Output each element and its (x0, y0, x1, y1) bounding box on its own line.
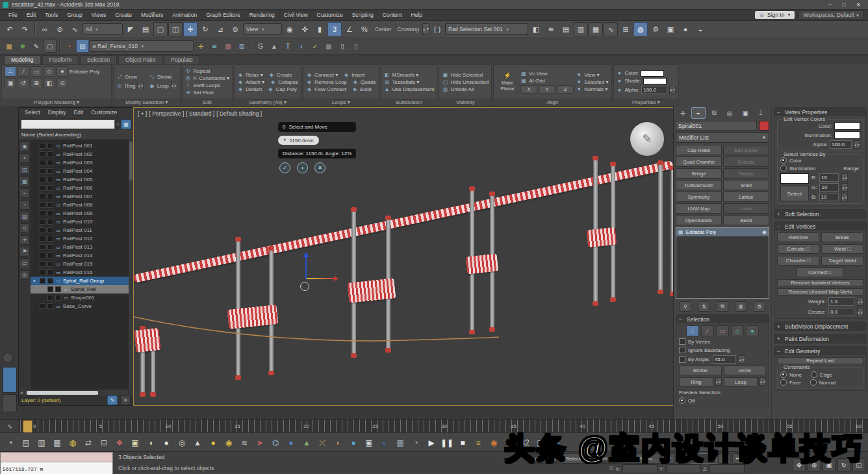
by-angle-checkbox[interactable] (679, 356, 685, 363)
constraint-normal-radio[interactable] (810, 379, 817, 386)
vertex-properties-header[interactable]: −Vertex Properties (774, 108, 866, 116)
modifier-button[interactable]: Sweep (723, 168, 769, 179)
tree-icon[interactable]: ▲ (300, 436, 313, 449)
plugin-doc-icon[interactable]: ▯ (336, 40, 349, 53)
range-color-swatch[interactable] (780, 173, 809, 184)
coil-segment[interactable] (466, 254, 499, 275)
bind-to-space-warp-icon[interactable]: ∿ (68, 22, 82, 36)
tab-modify[interactable]: ⌁ (691, 107, 706, 119)
donut-icon[interactable]: ◎ (175, 436, 188, 449)
menu-create[interactable]: Create (110, 10, 136, 19)
weld--button[interactable]: Weld □ (821, 244, 863, 254)
viewport-label-part[interactable]: [ Default Shading ] (216, 110, 262, 117)
sign-in-button[interactable]: ☺ Sign In ▼ (755, 11, 795, 19)
repeat-last-button[interactable]: Repeat Last (777, 357, 863, 364)
list-item[interactable]: ▭RailPost 014 (31, 251, 133, 260)
ribbon-item[interactable]: ◈Connect ▾ (306, 72, 338, 78)
hide-toggle[interactable] (40, 151, 45, 157)
display-filter-icon-11[interactable]: ◎ (19, 270, 30, 280)
freeze-toggle[interactable] (47, 253, 53, 258)
display-filter-icon-4[interactable]: ⌁ (19, 188, 30, 198)
plugin-t-icon[interactable]: T (281, 40, 294, 53)
mesh-icon[interactable]: ▦ (394, 436, 407, 449)
subobject-icon[interactable]: ∴ (5, 66, 16, 77)
script-sheet3-icon[interactable]: ▦ (51, 436, 64, 449)
docs-icon[interactable]: ▣ (363, 436, 376, 449)
list-item[interactable]: ▭RailPost 012 (31, 234, 133, 243)
ribbon-tab-freeform[interactable]: Freeform (42, 55, 79, 64)
list-item[interactable]: ▭RailPost 002 (31, 150, 133, 158)
select-by-illumination-radio[interactable] (780, 165, 787, 171)
paint-deformation-header[interactable]: +Paint Deformation (774, 334, 866, 343)
rocket-icon[interactable]: ➤ (253, 436, 266, 449)
hide-toggle[interactable] (47, 286, 53, 292)
ribbon-item[interactable]: ▥Unhide All (442, 86, 489, 92)
break-button[interactable]: Break (821, 232, 863, 242)
polymod-icon[interactable]: ⊞ (31, 78, 42, 88)
play-button[interactable]: ▶ (425, 436, 438, 449)
ribbon-item[interactable]: ◈Relax ▾ (237, 72, 263, 78)
plugin-orange-icon[interactable]: ▦ (3, 40, 16, 53)
plugin-set-dropdown[interactable]: e Rail_Fence_010▼ (90, 40, 194, 52)
display-filter-icon-1[interactable]: ⌖ (19, 153, 30, 163)
undo-icon[interactable]: ↶ (3, 22, 17, 36)
ribbon-tab-selection[interactable]: Selection (80, 55, 117, 64)
layer-lock-button[interactable]: ✎ (107, 395, 118, 405)
display-filter-icon-3[interactable]: ▦ (19, 177, 30, 186)
polymod-icon[interactable]: ⊙ (57, 78, 68, 88)
explorer-search-input[interactable] (21, 119, 115, 129)
list-item[interactable]: ▾▭Spiral_Rail Group (31, 277, 133, 285)
plugin-drop-icon[interactable]: ◗ (295, 40, 308, 53)
weight-spinner[interactable]: ▲▼ (857, 297, 863, 306)
perspective-viewport[interactable]: [ + ][ Perspective ][ Standard ][ Defaul… (133, 107, 674, 406)
border-mode-icon[interactable]: ▭ (716, 325, 729, 336)
orange-ball-icon[interactable]: ◉ (487, 436, 500, 449)
list-item[interactable]: ▭RailPost 016 (31, 268, 133, 277)
freeze-toggle[interactable] (47, 202, 53, 208)
select-by-color-radio[interactable] (780, 157, 787, 164)
ribbon-item[interactable]: ◎Ring▲▼ (116, 82, 145, 90)
align-icon[interactable]: ≋ (544, 22, 558, 36)
range-r-spinner[interactable]: ▲▼ (841, 173, 848, 182)
ribbon-item[interactable]: ▣Hide Selected (442, 72, 489, 78)
plugin-grid-icon[interactable]: ▦ (322, 40, 335, 53)
ribbon-item[interactable]: ⌇Swift Loops (185, 82, 229, 88)
ribbon-item[interactable]: ▲Use Displacement (384, 86, 435, 92)
list-item[interactable]: ▭RailPost 013 (31, 243, 133, 251)
hide-toggle[interactable] (40, 253, 45, 258)
freeze-toggle[interactable] (47, 160, 53, 166)
ribbon-item[interactable]: ◈Create (268, 72, 292, 78)
hide-toggle[interactable] (40, 269, 45, 275)
close-button[interactable]: ✕ (851, 2, 865, 8)
ribbon-tab-populate[interactable]: Populate (164, 55, 200, 64)
freeze-toggle[interactable] (47, 177, 53, 182)
freeze-toggle[interactable] (55, 295, 61, 301)
ribbon-item[interactable]: ◈Cap Poly (267, 86, 296, 92)
plugin-box-icon[interactable]: ⊠ (235, 40, 248, 53)
display-filter-icon-8[interactable]: ✛ (19, 235, 30, 245)
subobject-icon[interactable]: ● (57, 66, 68, 77)
ribbon-item[interactable]: ⤡Shrink (149, 74, 177, 81)
menu-views[interactable]: Views (87, 10, 111, 19)
keyboard-shortcut-override-icon[interactable]: ▮ (313, 22, 327, 36)
tab-hierarchy[interactable]: ⧉ (707, 107, 721, 119)
hide-toggle[interactable] (40, 160, 45, 166)
redo-icon[interactable]: ↷ (18, 22, 32, 36)
named-selection-set-dropdown[interactable]: Rail Selection Set 001▼ (445, 23, 528, 35)
polygon-mode-icon[interactable]: ◇ (731, 325, 744, 336)
freeze-toggle[interactable] (47, 168, 53, 174)
plugin-sheet-icon[interactable]: ▥ (222, 40, 235, 53)
freeze-toggle[interactable] (55, 286, 61, 292)
ribbon-item[interactable]: ⦿P. Constraints ▾ (185, 75, 229, 81)
range-g-spinner[interactable]: ▲▼ (841, 183, 848, 192)
hide-toggle[interactable] (40, 193, 45, 199)
freeze-toggle[interactable] (47, 227, 53, 233)
make-unique-icon[interactable]: ⧉ (717, 301, 728, 312)
explorer-menu-select[interactable]: Select (21, 108, 44, 118)
ribbon-item[interactable]: ◉Loop▲▼ (149, 82, 177, 90)
modifier-button[interactable]: Bridge (676, 168, 722, 179)
hide-toggle[interactable] (40, 278, 45, 284)
freeze-toggle[interactable] (47, 236, 53, 242)
ribbon-item[interactable]: ◈Insert (343, 72, 364, 78)
by-angle-spinner[interactable]: ▲▼ (739, 355, 745, 364)
